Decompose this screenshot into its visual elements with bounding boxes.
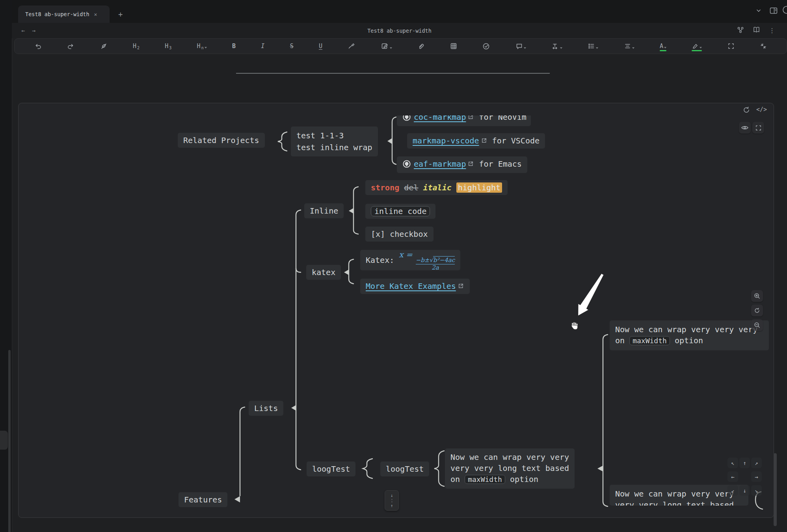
heading3-button[interactable]: H3 bbox=[165, 43, 171, 49]
kebab-menu-icon[interactable]: ⋮ bbox=[769, 27, 775, 34]
external-link-icon bbox=[458, 281, 464, 292]
split-panel-icon[interactable] bbox=[770, 7, 778, 16]
eaf-markmap-link[interactable]: eaf-markmap bbox=[414, 159, 466, 169]
node-eaf-markmap[interactable]: eaf-markmap for Emacs bbox=[397, 156, 527, 173]
node-wrap-right-top[interactable]: Now we can wrap very very very on maxWid… bbox=[610, 320, 769, 350]
graph-fork-icon[interactable] bbox=[737, 26, 744, 35]
node-loogtest-2[interactable]: loogTest bbox=[380, 461, 429, 476]
code-view-icon[interactable]: </> bbox=[756, 106, 767, 113]
dropdown-caret bbox=[632, 47, 634, 49]
github-icon bbox=[402, 160, 411, 171]
tab-test8[interactable]: Test8 ab-super-width ✕ bbox=[18, 6, 110, 23]
dropdown-caret bbox=[205, 47, 207, 48]
task-check-icon[interactable] bbox=[482, 43, 490, 50]
font-color-button[interactable]: A bbox=[660, 43, 666, 49]
fold-drag-handle[interactable]: ↓ ↑ bbox=[385, 490, 399, 511]
editor-toolbar: H2 H3 Hn B I S U A bbox=[14, 38, 787, 54]
node-test-1-1-3[interactable]: test 1-1-3 test inline wrap bbox=[291, 126, 378, 156]
pan-left-button[interactable]: ← bbox=[727, 471, 738, 482]
clipped-edge-icon bbox=[781, 5, 787, 17]
node-lists[interactable]: Lists bbox=[249, 401, 283, 416]
table-icon[interactable] bbox=[450, 43, 457, 50]
node-markmap-vscode[interactable]: markmap-vscode for VSCode bbox=[407, 133, 545, 149]
font-color-swatch bbox=[660, 50, 666, 51]
dropdown-caret bbox=[664, 47, 666, 48]
highlighter-button[interactable] bbox=[692, 43, 702, 49]
tab-bar: Test8 ab-super-width ✕ + bbox=[12, 0, 787, 23]
external-link-icon bbox=[467, 159, 474, 170]
chevron-down-icon[interactable] bbox=[755, 7, 762, 15]
underline-button[interactable]: U bbox=[319, 43, 322, 49]
attachment-paperclip-icon[interactable] bbox=[417, 43, 425, 50]
sidebar-drag-handle[interactable] bbox=[0, 431, 8, 450]
markmap-canvas[interactable]: Related Projects test 1-1-3 test inline … bbox=[19, 115, 774, 517]
new-tab-button[interactable]: + bbox=[115, 6, 126, 23]
coc-markmap-link[interactable]: coc-markmap bbox=[414, 115, 466, 122]
node-inline-styles[interactable]: strong del italic highlight bbox=[365, 180, 508, 195]
strong-text: strong bbox=[371, 183, 399, 192]
dropdown-caret bbox=[390, 47, 392, 49]
comment-icon[interactable] bbox=[515, 43, 526, 50]
node-more-katex[interactable]: More Katex Examples bbox=[360, 279, 470, 294]
node-coc-markmap[interactable]: coc-markmap for NeoVim bbox=[397, 115, 531, 126]
pan-up-right-button[interactable]: ↗ bbox=[751, 458, 762, 468]
node-related-projects[interactable]: Related Projects bbox=[178, 133, 265, 148]
compose-icon[interactable] bbox=[381, 43, 392, 50]
node-katex-label[interactable]: katex bbox=[306, 265, 341, 280]
annotation-arrow bbox=[575, 271, 610, 322]
undo-icon[interactable] bbox=[34, 43, 42, 50]
reset-view-button[interactable] bbox=[751, 305, 763, 316]
markmap-panel: </> bbox=[18, 103, 774, 518]
zoom-out-button[interactable] bbox=[751, 319, 763, 331]
node-wrap-main[interactable]: Now we can wrap very very very very long… bbox=[445, 448, 575, 489]
node-loogtest-1[interactable]: loogTest bbox=[307, 461, 355, 476]
zoom-in-button[interactable] bbox=[751, 290, 763, 302]
editor-scrollbar-left[interactable] bbox=[8, 350, 11, 532]
highlighter-swatch bbox=[692, 50, 702, 51]
collapse-icon[interactable] bbox=[760, 43, 767, 50]
github-icon bbox=[402, 115, 411, 124]
pan-down-button[interactable]: ↓ bbox=[739, 485, 750, 496]
highlight-text: highlight bbox=[456, 182, 502, 193]
node-inline-code[interactable]: inline code bbox=[365, 204, 435, 219]
node-katex-formula[interactable]: Katex: x =−b±√b²−4ac2a bbox=[360, 250, 460, 270]
clear-format-icon[interactable] bbox=[100, 43, 108, 50]
node-features[interactable]: Features bbox=[179, 492, 227, 507]
pan-down-left-button[interactable]: ↙ bbox=[727, 485, 738, 496]
text-width-icon[interactable] bbox=[551, 43, 562, 50]
bullet-list-icon[interactable] bbox=[588, 43, 598, 50]
pan-up-left-button[interactable]: ↖ bbox=[727, 458, 738, 468]
tab-title: Test8 ab-super-width bbox=[25, 11, 89, 17]
arrow-up-icon: ↑ bbox=[391, 503, 393, 508]
line-spacing-icon[interactable] bbox=[624, 43, 634, 50]
refresh-markmap-icon[interactable] bbox=[742, 106, 751, 116]
signature-pen-icon[interactable] bbox=[348, 43, 355, 50]
pan-right-button[interactable]: → bbox=[751, 471, 762, 482]
markmap-vscode-link[interactable]: markmap-vscode bbox=[413, 136, 479, 145]
node-inline[interactable]: Inline bbox=[304, 203, 344, 218]
fullscreen-icon[interactable] bbox=[727, 43, 735, 50]
strikethrough-button[interactable]: S bbox=[290, 43, 294, 49]
reading-mode-book-icon[interactable] bbox=[753, 26, 760, 35]
bold-button[interactable]: B bbox=[232, 43, 236, 49]
tab-close-icon[interactable]: ✕ bbox=[94, 11, 97, 17]
pan-down-right-button[interactable]: ↘ bbox=[751, 485, 762, 496]
redo-icon[interactable] bbox=[67, 43, 74, 50]
node-checkbox[interactable]: [x] checkbox bbox=[365, 227, 434, 242]
katex-formula: x =−b±√b²−4ac2a bbox=[399, 249, 455, 271]
italic-button[interactable]: I bbox=[261, 43, 264, 49]
external-link-icon bbox=[481, 136, 487, 147]
pan-up-button[interactable]: ↑ bbox=[739, 458, 750, 468]
inline-code-chip: inline code bbox=[371, 206, 430, 216]
grab-hand-cursor bbox=[570, 321, 579, 331]
heading-n-button[interactable]: Hn bbox=[197, 43, 207, 49]
dropdown-caret bbox=[560, 47, 562, 49]
editor-scrollbar-right[interactable] bbox=[774, 453, 777, 526]
dropdown-caret bbox=[524, 47, 526, 49]
arrow-down-icon: ↓ bbox=[391, 493, 393, 498]
dashed-divider bbox=[392, 499, 392, 502]
more-katex-link[interactable]: More Katex Examples bbox=[366, 281, 456, 291]
heading2-button[interactable]: H2 bbox=[133, 43, 140, 49]
document-title: Test8 ab-super-width bbox=[12, 28, 787, 34]
app-window: Test8 ab-super-width ✕ + ← → Test8 ab-su… bbox=[0, 0, 787, 532]
